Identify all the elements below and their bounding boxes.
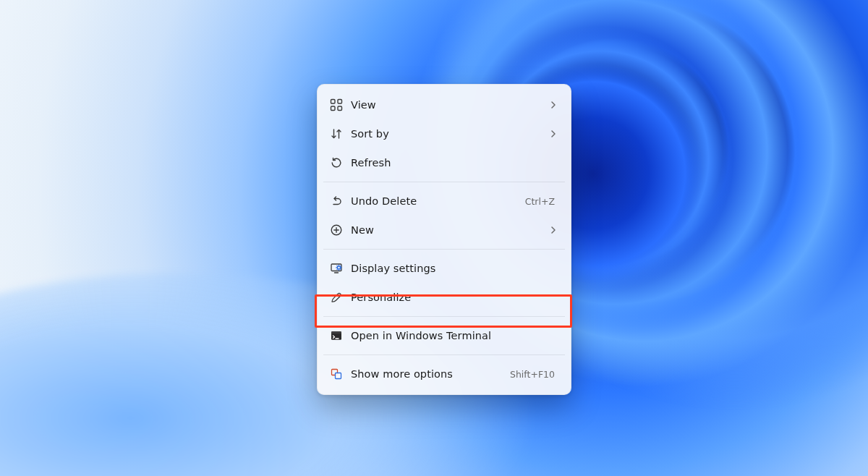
sort-icon <box>326 124 346 144</box>
menu-group: Undo Delete Ctrl+Z New <box>322 185 566 246</box>
menu-item-undo[interactable]: Undo Delete Ctrl+Z <box>322 187 566 216</box>
terminal-icon <box>326 326 346 346</box>
menu-item-open-terminal[interactable]: Open in Windows Terminal <box>322 321 566 350</box>
desktop-background[interactable]: View Sort by <box>0 0 868 476</box>
svg-rect-3 <box>338 106 342 111</box>
menu-item-label: Display settings <box>346 263 559 274</box>
menu-item-show-more-options[interactable]: Show more options Shift+F10 <box>322 360 566 388</box>
undo-icon <box>326 191 346 211</box>
svg-rect-2 <box>331 106 336 111</box>
svg-rect-1 <box>338 100 342 104</box>
menu-item-personalize[interactable]: Personalize <box>322 283 566 312</box>
menu-item-display-settings[interactable]: Display settings <box>322 254 566 283</box>
menu-item-label: Undo Delete <box>346 195 525 207</box>
menu-item-label: Refresh <box>346 157 559 169</box>
menu-separator <box>323 182 565 182</box>
svg-point-6 <box>338 266 341 269</box>
menu-item-label: View <box>346 99 549 111</box>
menu-item-label: Open in Windows Terminal <box>346 330 559 341</box>
menu-item-sort-by[interactable]: Sort by <box>322 119 566 148</box>
menu-item-label: New <box>346 224 549 236</box>
desktop-context-menu: View Sort by <box>317 84 571 395</box>
menu-item-shortcut: Shift+F10 <box>510 369 559 380</box>
chevron-right-icon <box>549 129 559 138</box>
menu-item-view[interactable]: View <box>322 90 566 119</box>
menu-separator <box>323 354 565 355</box>
menu-separator <box>323 316 565 317</box>
new-icon <box>326 220 346 240</box>
menu-item-label: Sort by <box>346 128 549 140</box>
chevron-right-icon <box>549 101 559 109</box>
menu-item-refresh[interactable]: Refresh <box>322 148 566 177</box>
show-more-icon <box>326 364 346 384</box>
chevron-right-icon <box>549 226 559 234</box>
menu-group: Show more options Shift+F10 <box>322 358 566 390</box>
menu-group: Display settings Personalize <box>322 252 566 313</box>
svg-rect-10 <box>336 373 341 379</box>
menu-item-shortcut: Ctrl+Z <box>525 196 559 207</box>
menu-group: View Sort by <box>322 89 566 179</box>
menu-group: Open in Windows Terminal <box>322 320 566 352</box>
display-settings-icon <box>326 258 346 279</box>
svg-rect-8 <box>331 331 341 333</box>
menu-item-new[interactable]: New <box>322 216 566 245</box>
menu-separator <box>323 249 565 250</box>
personalize-icon <box>326 287 346 307</box>
svg-rect-0 <box>331 100 336 104</box>
menu-item-label: Personalize <box>346 292 559 303</box>
grid-icon <box>326 95 346 115</box>
menu-item-label: Show more options <box>346 368 510 380</box>
refresh-icon <box>326 153 346 173</box>
